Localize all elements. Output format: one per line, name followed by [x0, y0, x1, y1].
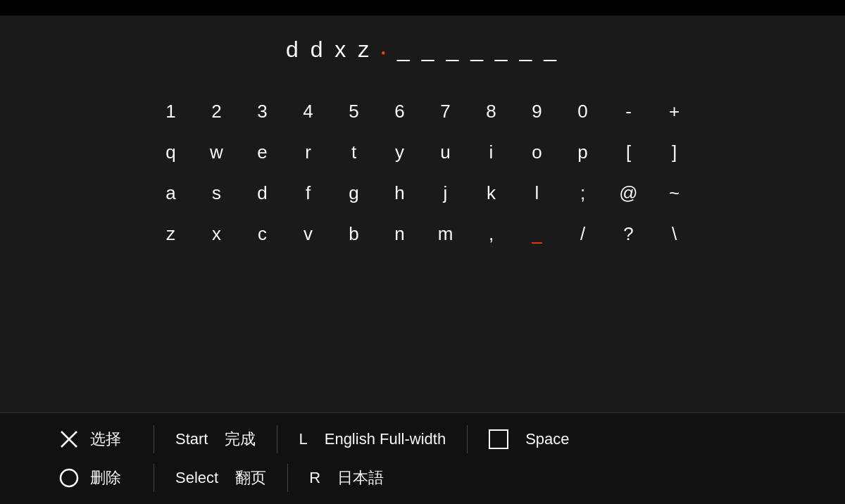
space-label: Space	[525, 430, 569, 448]
separator-4	[154, 464, 154, 492]
select-button[interactable]: Select 翻页	[175, 467, 266, 489]
key-r[interactable]: r	[285, 132, 331, 172]
key-a[interactable]: a	[148, 172, 194, 213]
key-2[interactable]: 2	[194, 91, 239, 132]
key-underscore[interactable]: _	[514, 213, 560, 254]
key-plus[interactable]: +	[651, 91, 697, 132]
key-j[interactable]: j	[423, 172, 468, 213]
key-c[interactable]: c	[239, 213, 285, 254]
key-0[interactable]: 0	[560, 91, 606, 132]
cursor-dot: ●	[381, 49, 388, 56]
o-icon	[56, 465, 82, 491]
keyboard: 1 2 3 4 5 6 7 8 9 0 - + q w e r t y u i …	[148, 91, 697, 254]
select-key-label: Select	[175, 469, 218, 487]
key-at[interactable]: @	[606, 172, 651, 213]
space-button[interactable]: Space	[489, 429, 569, 449]
start-key-label: Start	[175, 430, 208, 448]
key-i[interactable]: i	[468, 132, 514, 172]
separator-3	[467, 425, 468, 453]
key-w[interactable]: w	[194, 132, 239, 172]
separator-2	[277, 425, 277, 453]
key-h[interactable]: h	[377, 172, 423, 213]
main-content: d d x z ● _ _ _ _ _ _ _ 1 2 3 4 5 6 7 8 …	[0, 15, 845, 412]
start-button[interactable]: Start 完成	[175, 429, 256, 450]
key-row-asdf: a s d f g h j k l ; @ ~	[148, 172, 697, 213]
key-5[interactable]: 5	[331, 91, 377, 132]
l-button[interactable]: L English Full-width	[299, 430, 446, 448]
l-key-label: L	[299, 430, 307, 448]
key-f[interactable]: f	[285, 172, 331, 213]
bottom-row-2: 删除 Select 翻页 R 日本語	[56, 459, 789, 498]
key-n[interactable]: n	[377, 213, 423, 254]
x-button[interactable]: 选择	[56, 427, 132, 452]
key-semicolon[interactable]: ;	[560, 172, 606, 213]
key-slash[interactable]: /	[560, 213, 606, 254]
placeholder-underscores: _ _ _ _ _ _ _	[397, 37, 559, 62]
key-s[interactable]: s	[194, 172, 239, 213]
key-t[interactable]: t	[331, 132, 377, 172]
r-action-label: 日本語	[337, 467, 384, 489]
x-label: 选择	[90, 429, 132, 450]
r-key-label: R	[309, 469, 320, 487]
key-6[interactable]: 6	[377, 91, 423, 132]
key-4[interactable]: 4	[285, 91, 331, 132]
key-question[interactable]: ?	[606, 213, 651, 254]
key-row-zxcv: z x c v b n m , _ / ? \	[148, 213, 697, 254]
key-x[interactable]: x	[194, 213, 239, 254]
key-7[interactable]: 7	[423, 91, 468, 132]
separator-1	[154, 425, 154, 453]
bottom-bar: 选择 Start 完成 L English Full-width Space 删…	[0, 412, 845, 504]
r-button[interactable]: R 日本語	[309, 467, 384, 489]
space-icon	[489, 429, 508, 449]
key-b[interactable]: b	[331, 213, 377, 254]
key-bracket-close[interactable]: ]	[651, 132, 697, 172]
bottom-row-1: 选择 Start 完成 L English Full-width Space	[56, 420, 789, 459]
key-row-qwerty: q w e r t y u i o p [ ]	[148, 132, 697, 172]
l-action-label: English Full-width	[325, 430, 446, 448]
key-k[interactable]: k	[468, 172, 514, 213]
key-z[interactable]: z	[148, 213, 194, 254]
key-1[interactable]: 1	[148, 91, 194, 132]
top-bar	[0, 0, 845, 15]
svg-point-2	[61, 470, 77, 486]
input-display: d d x z ● _ _ _ _ _ _ _	[286, 37, 559, 63]
key-q[interactable]: q	[148, 132, 194, 172]
x-icon	[56, 427, 82, 452]
select-action-label: 翻页	[235, 467, 266, 489]
key-o[interactable]: o	[514, 132, 560, 172]
key-comma[interactable]: ,	[468, 213, 514, 254]
key-y[interactable]: y	[377, 132, 423, 172]
key-tilde[interactable]: ~	[651, 172, 697, 213]
separator-5	[287, 464, 288, 492]
key-8[interactable]: 8	[468, 91, 514, 132]
typed-chars: d d x z	[286, 37, 372, 62]
o-button[interactable]: 删除	[56, 465, 132, 491]
start-action-label: 完成	[225, 429, 256, 450]
key-e[interactable]: e	[239, 132, 285, 172]
key-minus[interactable]: -	[606, 91, 651, 132]
key-l[interactable]: l	[514, 172, 560, 213]
key-bracket-open[interactable]: [	[606, 132, 651, 172]
o-label: 删除	[90, 467, 132, 489]
key-d[interactable]: d	[239, 172, 285, 213]
key-m[interactable]: m	[423, 213, 468, 254]
key-row-numbers: 1 2 3 4 5 6 7 8 9 0 - +	[148, 91, 697, 132]
key-g[interactable]: g	[331, 172, 377, 213]
key-v[interactable]: v	[285, 213, 331, 254]
key-3[interactable]: 3	[239, 91, 285, 132]
key-9[interactable]: 9	[514, 91, 560, 132]
key-backslash[interactable]: \	[651, 213, 697, 254]
key-u[interactable]: u	[423, 132, 468, 172]
key-p[interactable]: p	[560, 132, 606, 172]
